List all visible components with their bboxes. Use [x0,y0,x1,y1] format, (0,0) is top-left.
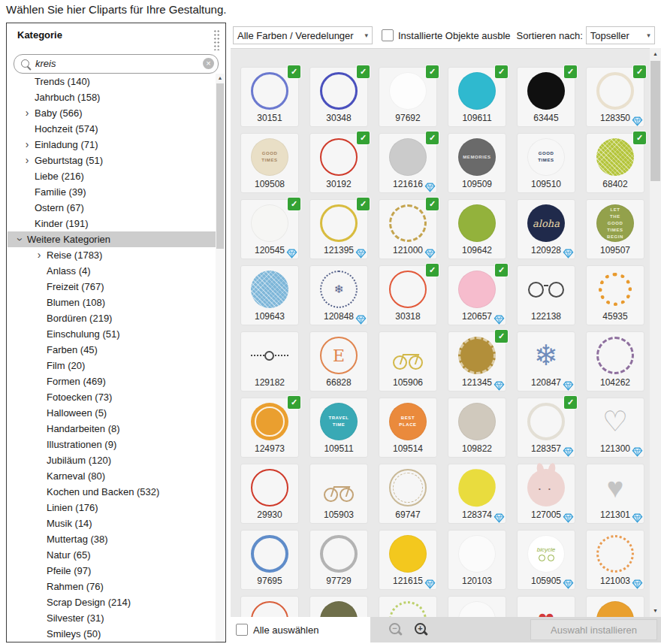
main-scrollbar[interactable]: ▲ ▼ [650,48,661,617]
clipart-tile[interactable] [379,596,437,617]
clipart-tile[interactable]: 128350✓ [586,67,644,127]
clipart-tile[interactable]: ♥ [517,596,575,617]
clipart-tile[interactable]: 122138 [517,265,575,325]
clipart-tile[interactable]: ❄120847 [517,331,575,392]
clipart-tile[interactable]: 105906 [379,331,437,392]
clipart-tile[interactable]: bicycle105905 [517,530,575,590]
category-item[interactable]: Karneval (80) [8,468,216,484]
scroll-up-icon[interactable]: ▲ [216,74,225,83]
clipart-tile[interactable]: 109643 [240,265,299,325]
clipart-tile[interactable]: 120545✓ [240,199,299,259]
category-item[interactable]: Hochzeit (574) [8,121,216,137]
clipart-tile[interactable]: ♥121301 [586,464,644,524]
clipart-tile[interactable]: 29930 [240,464,299,524]
category-item[interactable]: Jubiläum (120) [8,452,216,468]
clipart-tile[interactable]: GOODTIMES109510 [517,133,575,193]
clipart-tile[interactable]: 63445✓ [517,67,575,127]
expand-arrow-icon[interactable]: › [35,247,44,263]
clipart-tile[interactable]: 68402✓ [586,133,644,193]
category-item[interactable]: Bordüren (219) [8,310,216,326]
category-item[interactable]: Linien (176) [8,500,216,516]
clipart-tile[interactable]: 128357✓ [517,398,575,458]
clipart-tile[interactable]: 30318✓ [379,265,437,325]
clipart-tile[interactable]: ♡121300 [586,398,644,458]
category-item[interactable]: ›Einladung (71) [8,137,216,153]
zoom-out-button[interactable]: − [387,621,405,639]
clipart-tile[interactable]: LETTHEGOODTIMESBEGIN109507 [586,199,644,259]
category-item[interactable]: Muttertag (38) [8,531,216,547]
main-scrollbar-thumb[interactable] [650,61,660,181]
clipart-tile[interactable]: E66828 [309,331,368,392]
clipart-tile[interactable]: 105903 [309,464,368,524]
category-item[interactable]: ›Reise (1783) [8,247,216,263]
clipart-tile[interactable]: 121395✓ [309,199,368,259]
select-all-checkbox[interactable] [236,624,248,636]
category-item[interactable]: Freizeit (767) [8,279,216,295]
clipart-tile[interactable]: aloha120928 [517,199,575,259]
clipart-tile[interactable]: 128374 [448,464,506,524]
category-item[interactable]: Fotoecken (73) [8,389,216,405]
clipart-tile[interactable] [240,596,299,617]
clipart-tile[interactable]: 30348✓ [309,67,368,127]
category-item[interactable]: Halloween (5) [8,405,216,421]
clipart-tile[interactable]: 121616✓ [379,133,437,193]
clipart-tile[interactable]: 120657✓ [448,265,506,325]
clipart-tile[interactable]: BESTPLACE109514 [379,398,437,458]
clipart-tile[interactable] [586,596,644,617]
category-item[interactable]: Rahmen (76) [8,579,216,594]
clipart-tile[interactable]: 97692✓ [379,67,437,127]
clipart-tile[interactable]: 109822 [448,398,506,458]
clipart-tile[interactable]: 45935 [586,265,644,325]
collapse-arrow-icon[interactable]: › [12,235,28,244]
clipart-tile[interactable]: TRAVELTIME109511 [309,398,368,458]
category-item[interactable]: Jahrbuch (158) [8,89,216,105]
clear-search-icon[interactable]: × [203,58,214,69]
category-item[interactable]: Blumen (108) [8,295,216,310]
expand-arrow-icon[interactable]: › [23,137,32,153]
clipart-tile[interactable]: 97729 [309,530,368,590]
category-item[interactable]: Pfeile (97) [8,563,216,579]
panel-grip-icon[interactable] [213,29,220,50]
category-item[interactable]: Silvester (31) [8,610,216,626]
clipart-tile[interactable]: MEMORIES109509 [448,133,506,193]
clipart-tile[interactable]: 104262 [586,331,644,392]
clipart-tile[interactable]: 120103 [448,530,506,590]
category-item[interactable]: Liebe (216) [8,168,216,184]
category-item[interactable]: Formen (469) [8,373,216,389]
category-item[interactable]: ›Geburtstag (51) [8,153,216,168]
hide-installed-checkbox[interactable] [382,29,394,41]
category-item[interactable]: ›Weitere Kategorien [8,231,216,247]
category-item[interactable]: Ostern (67) [8,200,216,216]
search-input[interactable] [35,56,200,71]
clipart-tile[interactable]: 109611✓ [448,67,506,127]
category-item[interactable]: Film (20) [8,358,216,373]
sidebar-scrollbar-thumb[interactable] [216,83,224,249]
category-item[interactable]: Natur (65) [8,547,216,563]
category-item[interactable]: ›Baby (566) [8,105,216,121]
clipart-tile[interactable] [309,596,368,617]
clipart-tile[interactable]: ❄120848 [309,265,368,325]
clipart-tile[interactable]: 121345✓ [448,331,506,392]
zoom-in-button[interactable]: + [412,621,430,639]
color-filter-dropdown[interactable]: Alle Farben / Veredelunger ▾ [233,26,373,44]
category-item[interactable]: Scrap Design (214) [8,594,216,610]
category-item[interactable]: Einschulung (51) [8,326,216,342]
clipart-tile[interactable]: 121003 [586,530,644,590]
category-item[interactable]: Handarbeiten (8) [8,421,216,437]
scroll-up-icon[interactable]: ▲ [650,48,661,60]
category-item[interactable]: Familie (39) [8,184,216,200]
clipart-tile[interactable]: 121615 [379,530,437,590]
clipart-tile[interactable]: 124973✓ [240,398,299,458]
clipart-tile[interactable]: 97695 [240,530,299,590]
category-item[interactable]: Trends (140) [8,74,216,89]
category-item[interactable]: Musik (14) [8,516,216,531]
category-item[interactable]: Farben (45) [8,342,216,358]
sort-dropdown[interactable]: Topseller ▾ [586,26,655,44]
install-button[interactable]: Auswahl installieren [530,619,657,640]
clipart-tile[interactable]: GOODTIMES109508 [240,133,299,193]
clipart-tile[interactable] [448,596,506,617]
clipart-tile[interactable]: 121000✓ [379,199,437,259]
clipart-tile[interactable]: 30192✓ [309,133,368,193]
expand-arrow-icon[interactable]: › [23,105,32,121]
sidebar-scrollbar[interactable]: ▲ [216,74,225,642]
